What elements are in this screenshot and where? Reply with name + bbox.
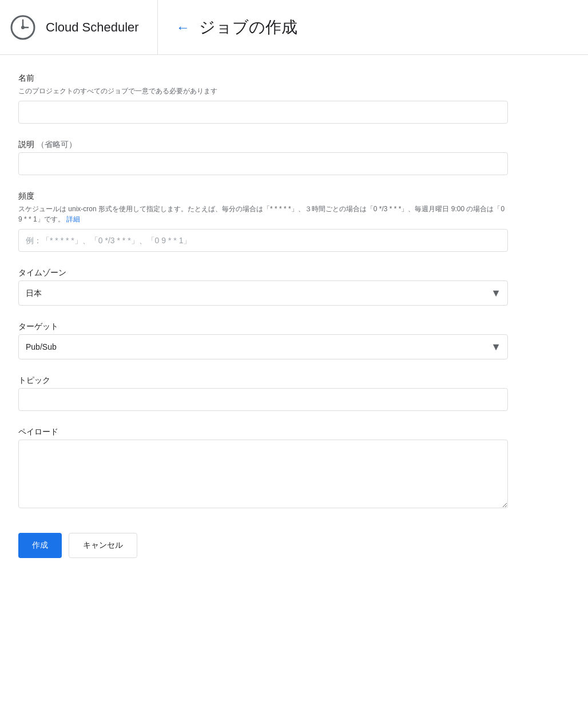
payload-label: ペイロード (18, 427, 508, 437)
timezone-field-group: タイムゾーン 日本 UTC America/New_York America/L… (18, 268, 508, 306)
topic-input[interactable] (18, 388, 508, 411)
name-hint: このプロジェクトのすべてのジョブで一意である必要があります (18, 86, 508, 96)
timezone-select-wrapper: 日本 UTC America/New_York America/Los_Ange… (18, 280, 508, 306)
name-input[interactable] (18, 101, 508, 124)
frequency-field-group: 頻度 スケジュールは unix-cron 形式を使用して指定します。たとえば、毎… (18, 191, 508, 252)
timezone-label: タイムゾーン (18, 268, 508, 278)
form-buttons: 作成 キャンセル (18, 533, 508, 558)
form-content: 名前 このプロジェクトのすべてのジョブで一意である必要があります 説明 （省略可… (0, 55, 526, 576)
frequency-detail-link[interactable]: 詳細 (66, 215, 80, 223)
topic-label: トピック (18, 375, 508, 386)
cancel-button[interactable]: キャンセル (69, 533, 137, 558)
back-button[interactable]: ← (176, 19, 190, 35)
target-select[interactable]: Pub/Sub App Engine HTTP HTTP (18, 334, 508, 359)
clock-icon (9, 14, 37, 41)
header: Cloud Scheduler ← ジョブの作成 (0, 0, 588, 55)
frequency-label: 頻度 (18, 191, 508, 201)
name-label: 名前 (18, 73, 508, 84)
create-button[interactable]: 作成 (18, 533, 62, 558)
timezone-select[interactable]: 日本 UTC America/New_York America/Los_Ange… (18, 280, 508, 306)
target-field-group: ターゲット Pub/Sub App Engine HTTP HTTP ▼ (18, 322, 508, 359)
page-title: ジョブの作成 (199, 17, 297, 38)
page-header-right: ← ジョブの作成 (158, 17, 297, 38)
frequency-hint: スケジュールは unix-cron 形式を使用して指定します。たとえば、毎分の場… (18, 204, 508, 224)
frequency-hint-text: スケジュールは unix-cron 形式を使用して指定します。たとえば、毎分の場… (18, 205, 504, 223)
description-input[interactable] (18, 152, 508, 175)
app-brand: Cloud Scheduler (9, 0, 158, 54)
topic-field-group: トピック (18, 375, 508, 411)
name-field-group: 名前 このプロジェクトのすべてのジョブで一意である必要があります (18, 73, 508, 124)
payload-field-group: ペイロード (18, 427, 508, 510)
description-field-group: 説明 （省略可） (18, 140, 508, 175)
target-select-wrapper: Pub/Sub App Engine HTTP HTTP ▼ (18, 334, 508, 359)
payload-textarea[interactable] (18, 440, 508, 508)
description-optional-label: （省略可） (37, 140, 77, 149)
description-label: 説明 （省略可） (18, 140, 508, 150)
app-title: Cloud Scheduler (46, 20, 139, 35)
target-label: ターゲット (18, 322, 508, 332)
frequency-input[interactable] (18, 229, 508, 252)
